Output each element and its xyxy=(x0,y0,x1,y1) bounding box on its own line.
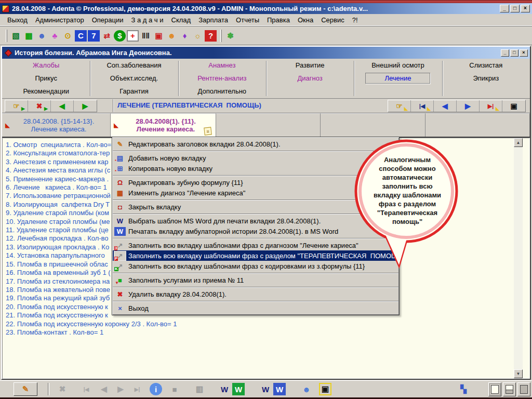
help-book-icon[interactable]: ? xyxy=(205,30,217,42)
section-tab-Гарантия[interactable]: Гарантия xyxy=(90,85,178,98)
card-file-icon[interactable]: ▦ xyxy=(23,30,35,42)
section-tab-Рекомендации[interactable]: Рекомендации xyxy=(2,85,90,98)
palette-icon[interactable]: ♦ xyxy=(179,30,191,42)
section-tab-Дополнительно[interactable]: Дополнительно xyxy=(178,85,266,98)
menu-add-tab[interactable]: ▤*Добавить новую вкладку xyxy=(113,153,398,163)
section-tab-Рентген-анализ[interactable]: Рентген-анализ xyxy=(178,72,266,85)
section-tab-Соп.заболевания[interactable]: Соп.заболевания xyxy=(90,59,178,72)
menu-fill-by-codes[interactable]: ↗KЗаполнить всю вкладку шаблонами фраз с… xyxy=(113,261,398,271)
section-tab-Внешний осмотр[interactable]: Внешний осмотр xyxy=(354,59,442,72)
section-tab-Слизистая[interactable]: Слизистая xyxy=(442,59,530,72)
menu-change-diagnosis[interactable]: ▦Изменить диагноз "Лечение кариеса" xyxy=(113,188,398,198)
section-tab-Жалобы[interactable]: Жалобы xyxy=(2,59,90,72)
section-tab-Развитие[interactable]: Развитие xyxy=(266,59,354,72)
menubar-item-6[interactable]: Отчеты xyxy=(236,16,259,24)
menu-exit[interactable]: ×Выход xyxy=(113,303,398,313)
menubar-item-8[interactable]: Окна xyxy=(298,16,313,24)
calendar-7-icon[interactable]: 7 xyxy=(88,30,100,42)
treatment-line-23[interactable]: 23. Пломба-контакт . Кол-во= 1 xyxy=(6,328,177,337)
menubar-item-2[interactable]: Операции xyxy=(92,16,124,24)
record-tab-1[interactable]: ◣28.04.2008(1). {11}. Лечение кариеса.≡ xyxy=(111,113,216,137)
first-aid-icon[interactable]: + xyxy=(127,30,139,42)
menu-close-tab[interactable]: ◘Закрыть вкладку xyxy=(113,202,398,212)
scroll-up-button[interactable]: ▲ xyxy=(514,138,523,147)
menu-fill-by-section[interactable]: ↗PЗаполнить всю вкладку шаблонами фраз с… xyxy=(113,250,398,261)
next-record-icon[interactable]: ▶ xyxy=(114,383,127,395)
section-tab-Лечение[interactable]: Лечение xyxy=(354,72,442,85)
section-tab-Диагноз[interactable]: Диагноз xyxy=(266,72,354,85)
layout-split-button[interactable] xyxy=(503,382,516,396)
settings-icon[interactable]: ☼ xyxy=(192,30,204,42)
layout-single-button[interactable] xyxy=(488,382,501,396)
first-tab-button[interactable]: |◀◣ xyxy=(411,100,434,112)
delete-record-icon[interactable]: ✖ xyxy=(56,383,69,395)
mdi-minimize-button[interactable]: _ xyxy=(501,49,509,57)
mdi-titlebar: История болезни. Абрамова Инга Деонисовн… xyxy=(2,47,530,59)
transfer-icon[interactable]: ⇄ xyxy=(101,30,113,42)
barcode-icon[interactable]: ‖‖ xyxy=(140,30,152,42)
menubar-item-3[interactable]: З а д а ч и xyxy=(131,16,164,24)
vertical-scrollbar[interactable]: ▲ ▼ xyxy=(514,138,523,378)
treatment-line-22[interactable]: 22. Пломба под искусственную коронку 2/3… xyxy=(6,320,177,328)
scroll-down-button[interactable]: ▼ xyxy=(514,369,523,378)
menu-delete-tab[interactable]: ✖Удалить вкладку 28.04.2008(1). xyxy=(113,289,398,299)
mdi-restore-button[interactable]: □ xyxy=(510,49,518,57)
next-section-button[interactable]: ▶ xyxy=(74,100,97,112)
first-record-icon[interactable]: |◀ xyxy=(80,383,92,395)
save-tab-button[interactable]: ▣ xyxy=(502,100,525,112)
calendar-c-icon[interactable]: C xyxy=(75,30,87,42)
menubar-item-9[interactable]: Сервис xyxy=(321,16,344,24)
schedule-icon[interactable]: ⊙ xyxy=(62,30,74,42)
section-tab-Прикус[interactable]: Прикус xyxy=(2,72,90,85)
menu-fill-from-visit[interactable]: ■▼Заполнить услугами из приема № 11 xyxy=(113,275,398,285)
word-template-icon[interactable]: W xyxy=(232,383,245,395)
save-record-icon[interactable]: ▣ xyxy=(319,383,331,395)
prev-record-icon[interactable]: ◀ xyxy=(98,383,110,395)
apply-flag-button[interactable]: ☞◣ xyxy=(388,100,411,112)
menu-select-word-template[interactable]: WВыбрать шаблон MS Word для печати вклад… xyxy=(113,216,398,226)
patients-icon[interactable]: ☻ xyxy=(36,30,48,42)
minimize-button[interactable]: _ xyxy=(500,5,509,12)
layout-blank-button[interactable] xyxy=(517,382,530,396)
last-record-icon[interactable]: ▶| xyxy=(131,383,143,395)
edit-note-button[interactable]: ✎ xyxy=(14,382,37,396)
record-tab-0[interactable]: ◣28.04.2008. {15-14-13}. Лечение кариеса… xyxy=(2,113,111,137)
prev-tab-button[interactable]: ◀ xyxy=(434,100,457,112)
celebration-icon[interactable]: ♣ xyxy=(49,30,61,42)
stop-icon[interactable]: ■ xyxy=(168,383,181,395)
word-print-icon[interactable]: W xyxy=(273,383,286,395)
menubar-item-10[interactable]: ?! xyxy=(352,16,358,24)
last-tab-button[interactable]: ▶|◣ xyxy=(480,100,502,112)
menu-fill-by-diagnosis[interactable]: ↗3Заполнить всю вкладку шаблонами фраз с… xyxy=(113,240,398,250)
menu-copy-tab[interactable]: ⊞*Копировать новую вкладку xyxy=(113,163,398,174)
pinwheel-icon[interactable]: ▚ xyxy=(457,383,470,395)
menubar-item-4[interactable]: Склад xyxy=(171,16,191,24)
apply-tab-button[interactable]: ☞▶ xyxy=(5,100,28,112)
flower-icon[interactable]: ✽ xyxy=(224,30,236,42)
menu-print-tab-word[interactable]: WПечатать вкладку амбулаторной истории 2… xyxy=(113,226,398,236)
gift-icon[interactable]: ▣ xyxy=(153,30,165,42)
menu-edit-tab-title[interactable]: ✎Редактировать заголовок вкладки 28.04.2… xyxy=(113,139,398,149)
cancel-tab-button[interactable]: ✖▶ xyxy=(28,100,51,112)
payments-icon[interactable]: $ xyxy=(114,30,126,42)
menubar-item-5[interactable]: Зарплата xyxy=(198,16,228,24)
section-tab-Эпикриз[interactable]: Эпикриз xyxy=(442,72,530,85)
prev-section-button[interactable]: ◀ xyxy=(51,100,74,112)
menubar-item-7[interactable]: Правка xyxy=(267,16,290,24)
print-icon[interactable]: ▥ xyxy=(193,383,206,395)
mdi-close-button[interactable]: × xyxy=(520,49,528,57)
section-tab-Анамнез[interactable]: Анамнез xyxy=(178,59,266,72)
patients-icon[interactable]: ☻ xyxy=(300,383,313,395)
menu-edit-dental-formula[interactable]: ΩРедактировать зубную формулу {11} xyxy=(113,177,398,188)
info-icon[interactable]: i xyxy=(150,383,162,395)
close-button[interactable]: × xyxy=(521,5,530,12)
new-document-icon[interactable]: ▧ xyxy=(10,30,22,42)
next-tab-button[interactable]: ▶ xyxy=(457,100,480,112)
menubar-item-0[interactable]: Выход xyxy=(7,16,28,24)
menubar-item-1[interactable]: Администратор xyxy=(35,16,84,24)
word-find-print-icon[interactable]: W xyxy=(259,383,272,395)
staff-icon[interactable]: ☻ xyxy=(166,30,178,42)
restore-button[interactable]: □ xyxy=(510,5,520,12)
word-find-template-icon[interactable]: W xyxy=(218,383,231,395)
section-tab-Объект.исслед.[interactable]: Объект.исслед. xyxy=(90,72,178,85)
